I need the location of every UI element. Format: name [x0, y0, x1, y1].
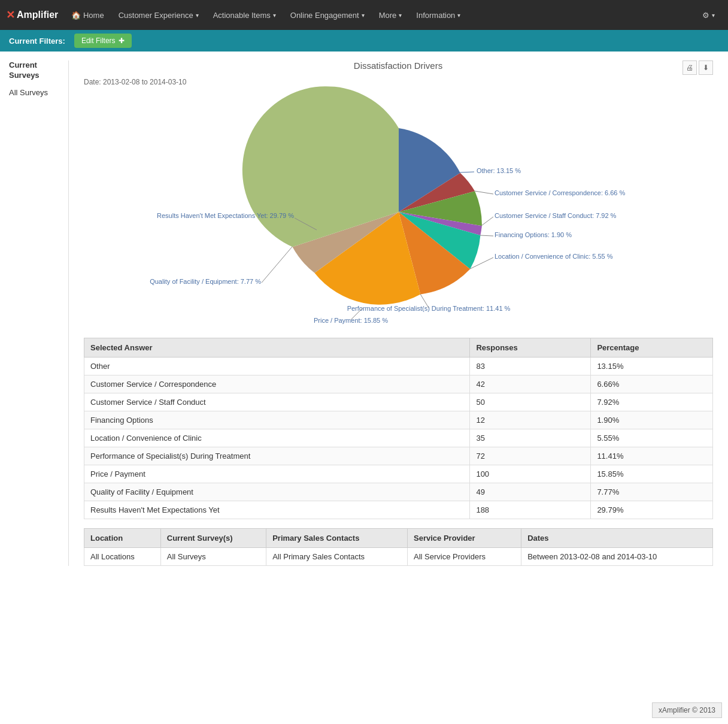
svg-line-2: [481, 217, 493, 226]
nav-home[interactable]: 🏠 Home: [64, 0, 111, 30]
table-row: Financing Options 12 1.90%: [84, 411, 713, 429]
table-row: Quality of Facility / Equipment 49 7.77%: [84, 483, 713, 501]
nav-information[interactable]: Information ▾: [409, 0, 468, 30]
nav-customer-experience[interactable]: Customer Experience ▾: [111, 0, 206, 30]
table-row: Location / Convenience of Clinic 35 5.55…: [84, 429, 713, 447]
cell-percentage: 7.92%: [591, 393, 713, 411]
cell-responses: 50: [470, 393, 591, 411]
cell-answer: Results Haven't Met Expectations Yet: [84, 501, 470, 519]
col-header-answer: Selected Answer: [84, 338, 470, 358]
nav-actionable-items[interactable]: Actionable Items ▾: [206, 0, 283, 30]
nav-gear[interactable]: ⚙ ▾: [695, 0, 722, 30]
cell-percentage: 13.15%: [591, 358, 713, 375]
plus-icon: ✚: [119, 37, 125, 45]
home-icon: 🏠: [71, 11, 81, 20]
label-csc: Customer Service / Correspondence: 6.66 …: [495, 189, 625, 196]
cell-percentage: 6.66%: [591, 375, 713, 393]
cell-responses: 72: [470, 447, 591, 465]
filters-bar: Current Filters: Edit Filters ✚: [0, 30, 728, 52]
label-cssc: Customer Service / Staff Conduct: 7.92 %: [495, 212, 617, 219]
cell-percentage: 5.55%: [591, 429, 713, 447]
cell-responses: 83: [470, 358, 591, 375]
table-row: Results Haven't Met Expectations Yet 188…: [84, 501, 713, 519]
label-quality: Quality of Facility / Equipment: 7.77 %: [150, 278, 261, 285]
sidebar: Current Surveys All Surveys: [9, 60, 69, 566]
edit-filters-button[interactable]: Edit Filters ✚: [74, 34, 132, 48]
footer-col-dates: Dates: [521, 529, 713, 548]
svg-line-7: [262, 247, 292, 283]
label-fo: Financing Options: 1.90 %: [495, 231, 572, 238]
cell-responses: 100: [470, 465, 591, 483]
cell-answer: Quality of Facility / Equipment: [84, 483, 470, 501]
label-results: Results Haven't Met Expectations Yet: 29…: [157, 212, 294, 219]
cell-dates: Between 2013-02-08 and 2014-03-10: [521, 548, 713, 566]
footer-col-location: Location: [84, 529, 161, 548]
data-table: Selected Answer Responses Percentage Oth…: [84, 338, 713, 519]
cell-provider: All Service Providers: [408, 548, 521, 566]
col-header-responses: Responses: [470, 338, 591, 358]
footer-table-row: All Locations All Surveys All Primary Sa…: [84, 548, 713, 566]
download-icon: ⬇: [703, 63, 709, 72]
nav-online-engagement[interactable]: Online Engagement ▾: [283, 0, 372, 30]
cell-percentage: 1.90%: [591, 411, 713, 429]
main-content: Current Surveys All Surveys Dissatisfact…: [0, 52, 728, 575]
sidebar-title: Current Surveys: [9, 60, 62, 81]
footer-col-contacts: Primary Sales Contacts: [266, 529, 408, 548]
copyright-badge: xAmplifier © 2013: [652, 702, 722, 718]
print-button[interactable]: 🖨: [682, 60, 697, 75]
chart-title: Dissatisfaction Drivers: [114, 60, 682, 71]
table-row: Customer Service / Correspondence 42 6.6…: [84, 375, 713, 393]
cell-percentage: 15.85%: [591, 465, 713, 483]
pie-chart: Other: 13.15 % Customer Service / Corres…: [189, 98, 608, 326]
caret-icon: ▾: [196, 12, 199, 19]
cell-responses: 49: [470, 483, 591, 501]
chart-area: Dissatisfaction Drivers 🖨 ⬇ Date: 2013-0…: [78, 60, 719, 566]
label-other: Other: 13.15 %: [477, 167, 521, 174]
nav-more[interactable]: More ▾: [372, 0, 410, 30]
cell-surveys: All Surveys: [160, 548, 266, 566]
cell-responses: 35: [470, 429, 591, 447]
navbar: ✕ Amplifier 🏠 Home Customer Experience ▾…: [0, 0, 728, 30]
svg-line-3: [480, 235, 493, 236]
page-wrapper: Current Surveys All Surveys Dissatisfact…: [0, 52, 728, 724]
caret-icon: ▾: [273, 12, 276, 19]
cell-answer: Performance of Specialist(s) During Trea…: [84, 447, 470, 465]
footer-col-provider: Service Provider: [408, 529, 521, 548]
cell-percentage: 7.77%: [591, 483, 713, 501]
chart-icons: 🖨 ⬇: [682, 60, 713, 75]
print-icon: 🖨: [686, 63, 693, 72]
cell-answer: Other: [84, 358, 470, 375]
label-perf: Performance of Specialist(s) During Trea…: [347, 305, 510, 312]
download-button[interactable]: ⬇: [699, 60, 713, 75]
cell-answer: Price / Payment: [84, 465, 470, 483]
caret-icon: ▾: [362, 12, 365, 19]
brand-text: Amplifier: [17, 10, 58, 20]
cell-answer: Location / Convenience of Clinic: [84, 429, 470, 447]
cell-responses: 12: [470, 411, 591, 429]
chart-date: Date: 2013-02-08 to 2014-03-10: [84, 78, 713, 86]
pie-chart-container: Other: 13.15 % Customer Service / Corres…: [84, 98, 713, 326]
cell-percentage: 29.79%: [591, 501, 713, 519]
table-row: Other 83 13.15%: [84, 358, 713, 375]
cell-answer: Customer Service / Staff Conduct: [84, 393, 470, 411]
cell-location: All Locations: [84, 548, 161, 566]
table-row: Price / Payment 100 15.85%: [84, 465, 713, 483]
svg-line-1: [475, 191, 493, 194]
cell-contacts: All Primary Sales Contacts: [266, 548, 408, 566]
footer-table: Location Current Survey(s) Primary Sales…: [84, 528, 713, 566]
caret-icon: ▾: [399, 12, 402, 19]
gear-icon: ⚙: [702, 11, 709, 20]
label-loc: Location / Convenience of Clinic: 5.55 %: [495, 253, 613, 260]
table-row: Customer Service / Staff Conduct 50 7.92…: [84, 393, 713, 411]
table-row: Performance of Specialist(s) During Trea…: [84, 447, 713, 465]
svg-line-0: [460, 172, 474, 172]
cell-answer: Customer Service / Correspondence: [84, 375, 470, 393]
cell-answer: Financing Options: [84, 411, 470, 429]
sidebar-link-all-surveys[interactable]: All Surveys: [9, 87, 62, 99]
cell-responses: 188: [470, 501, 591, 519]
brand[interactable]: ✕ Amplifier: [6, 8, 58, 22]
footer-col-surveys: Current Survey(s): [160, 529, 266, 548]
col-header-percentage: Percentage: [591, 338, 713, 358]
brand-icon: ✕: [6, 8, 15, 22]
chart-header: Dissatisfaction Drivers 🖨 ⬇: [84, 60, 713, 75]
